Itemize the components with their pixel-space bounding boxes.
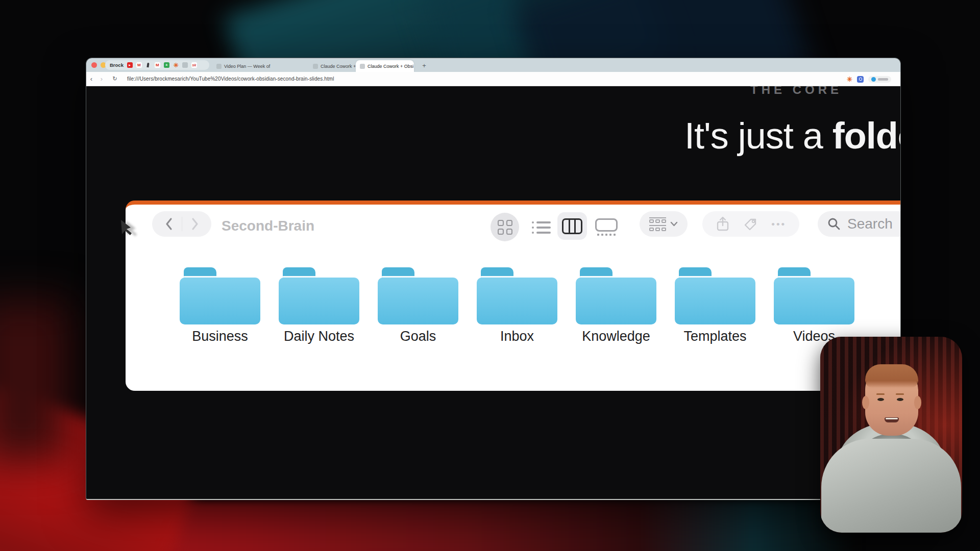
browser-back-button[interactable]: ‹: [86, 75, 96, 83]
folder-label: Goals: [400, 329, 436, 344]
chevron-down-icon: [670, 221, 678, 227]
headline-regular: It's just a: [684, 115, 832, 156]
extension-icon[interactable]: [857, 76, 864, 83]
video-frame: Brock M M + ✳ sk Video Plan — Week of Cl…: [0, 0, 980, 551]
presenter-eye: [897, 398, 903, 401]
browser-window: Brock M M + ✳ sk Video Plan — Week of Cl…: [86, 58, 901, 500]
presenter-torso: [821, 439, 961, 533]
finder-back-button[interactable]: [156, 211, 182, 237]
more-options-icon[interactable]: •••: [771, 219, 786, 229]
folder-business[interactable]: Business: [170, 267, 270, 344]
folder-icon: [477, 267, 557, 324]
slide-page: THE CORE It's just a folder: [86, 86, 900, 500]
profile-label-placeholder: [878, 78, 888, 81]
presenter-mouth: [885, 417, 899, 422]
tab-claude-cowork[interactable]: Claude Cowork + Obsi: [309, 61, 356, 72]
backdrop-red-band: [0, 501, 857, 551]
presenter-ear: [862, 396, 869, 409]
folder-templates[interactable]: Templates: [666, 267, 765, 344]
tab-favicon: [216, 64, 222, 69]
tab-label: Video Plan — Week of: [224, 64, 270, 69]
favorites-folder-label[interactable]: Brock: [110, 62, 124, 68]
slide-headline: It's just a folder: [684, 115, 900, 157]
folder-grid: Business Daily Notes Goals Inbox: [170, 267, 864, 344]
mouse-cursor: [115, 218, 138, 244]
presenter-brow: [876, 393, 885, 395]
list-view-icon: [532, 221, 551, 234]
tag-icon[interactable]: [743, 216, 758, 232]
favorites-bar: Brock M M + ✳ sk: [105, 60, 209, 70]
backdrop-red-glow: [0, 301, 71, 464]
search-placeholder-text: Search: [847, 216, 893, 232]
youtube-icon[interactable]: [127, 62, 133, 68]
folder-icon: [378, 267, 458, 324]
gallery-view-icon: [595, 218, 618, 232]
tab-label: Claude Cowork + Obsi: [321, 64, 356, 69]
finder-search-field[interactable]: Search: [818, 211, 900, 237]
claude-extension-icon[interactable]: ✳: [847, 76, 852, 83]
browser-url-bar: ‹ › ↻ file:///Users/brockmesarich/YouTub…: [86, 72, 900, 86]
icon-view-button[interactable]: [491, 213, 519, 241]
close-window-button[interactable]: [91, 62, 97, 68]
group-by-button[interactable]: [640, 211, 688, 237]
skool-icon[interactable]: sk: [191, 62, 197, 68]
folder-icon: [774, 267, 854, 324]
reload-icon[interactable]: ↻: [110, 76, 120, 82]
chevron-right-icon: [190, 217, 200, 231]
finder-nav-pill: [152, 211, 211, 237]
folder-icon: [180, 267, 260, 324]
url-text[interactable]: file:///Users/brockmesarich/YouTube%20Vi…: [127, 76, 334, 82]
folder-icon: [675, 267, 755, 324]
slide-eyebrow: THE CORE: [750, 86, 842, 97]
folder-knowledge[interactable]: Knowledge: [567, 267, 666, 344]
sheets-icon[interactable]: +: [164, 62, 169, 68]
rocket-icon[interactable]: [145, 62, 151, 68]
gmail-icon[interactable]: M: [155, 62, 160, 68]
profile-avatar: [871, 77, 876, 82]
finder-window-card: Second-Brain: [126, 201, 900, 391]
tab-claude-cowork-active[interactable]: Claude Cowork + Obsi: [356, 60, 414, 72]
column-view-button[interactable]: [557, 212, 587, 240]
folder-label: Templates: [683, 329, 746, 344]
folder-icon: [576, 267, 656, 324]
presenter-brow: [896, 393, 904, 395]
finder-window-title: Second-Brain: [222, 218, 314, 234]
tab-label: Claude Cowork + Obsi: [368, 64, 413, 69]
profile-chip[interactable]: [868, 76, 891, 83]
tab-favicon: [313, 64, 318, 69]
url-bar-extensions: ✳: [847, 72, 891, 86]
gmail-icon[interactable]: M: [136, 62, 142, 68]
gallery-dots-icon: [597, 234, 616, 236]
share-icon[interactable]: [716, 216, 730, 232]
folder-label: Knowledge: [582, 329, 650, 344]
folder-videos[interactable]: Videos: [765, 267, 864, 344]
finder-actions-pill: •••: [702, 211, 799, 237]
folder-label: Daily Notes: [284, 329, 354, 344]
list-view-button[interactable]: [528, 217, 554, 238]
folder-label: Inbox: [500, 329, 534, 344]
folder-daily-notes[interactable]: Daily Notes: [270, 267, 369, 344]
grid-view-icon: [498, 220, 512, 235]
webcam-overlay: [820, 337, 962, 533]
presenter-hair: [865, 364, 918, 388]
folder-goals[interactable]: Goals: [369, 267, 468, 344]
tab-favicon: [360, 64, 365, 69]
gallery-view-button[interactable]: [592, 216, 621, 238]
presenter-face: [865, 364, 918, 436]
chevron-left-icon: [164, 217, 174, 231]
presenter-eye: [877, 398, 884, 401]
browser-tab-bar: Brock M M + ✳ sk Video Plan — Week of Cl…: [86, 58, 900, 72]
tab-video-plan[interactable]: Video Plan — Week of: [212, 61, 305, 72]
finder-forward-button[interactable]: [182, 211, 208, 237]
new-tab-button[interactable]: +: [419, 61, 429, 71]
presenter-ear: [914, 396, 921, 409]
columns-view-icon: [562, 218, 582, 234]
browser-forward-button[interactable]: ›: [96, 75, 107, 83]
headline-bold: folder: [832, 115, 900, 156]
folder-inbox[interactable]: Inbox: [468, 267, 567, 344]
claude-icon[interactable]: ✳: [173, 62, 179, 68]
folder-label: Business: [192, 329, 248, 344]
app-icon[interactable]: [182, 62, 188, 68]
group-icon: [649, 217, 666, 231]
folder-icon: [279, 267, 359, 324]
